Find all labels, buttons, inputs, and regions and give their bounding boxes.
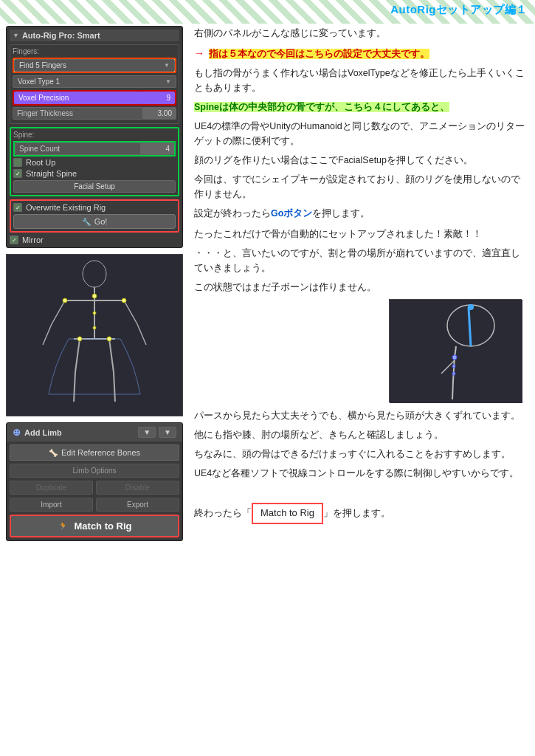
svg-line-10	[74, 372, 75, 402]
svg-point-25	[452, 365, 455, 368]
text-line1: 右側のパネルがこんな感じに変っています。	[194, 26, 529, 41]
svg-point-16	[63, 298, 67, 303]
voxel-precision-label: Voxel Precision	[14, 92, 142, 104]
text-line2: → 指は５本なので今回はこちらの設定で大丈夫です。	[194, 45, 529, 61]
add-limb-header: Add Limb ▼ ▼	[7, 423, 182, 441]
duplicate-disable-row: Duplicate Disable	[10, 481, 179, 495]
svg-point-15	[93, 326, 96, 329]
match-to-rig-text: Match to Rig	[252, 503, 323, 524]
side-view-svg	[390, 300, 522, 403]
import-button[interactable]: Import	[10, 498, 93, 512]
text-line11: この状態ではまだ子ボーンは作りません。	[194, 280, 529, 295]
text-line8: 設定が終わったらGoボタンを押します。	[194, 206, 529, 221]
right-column: 右側のパネルがこんな感じに変っています。 → 指は５本なので今回はこちらの設定で…	[190, 26, 529, 541]
svg-point-14	[93, 312, 96, 315]
svg-line-4	[52, 300, 65, 324]
page-title: AutoRigセットアップ編１	[390, 3, 528, 17]
facial-setup-button[interactable]: Facial Setup	[13, 180, 176, 193]
highlighted-text-1: 指は５本なので今回はこちらの設定で大丈夫です。	[209, 49, 429, 59]
svg-point-0	[83, 261, 106, 287]
header-buttons: ▼ ▼	[138, 427, 176, 438]
straight-spine-checkbox[interactable]: ✓	[13, 169, 22, 178]
match-to-rig-button[interactable]: Match to Rig	[10, 515, 179, 537]
small-viewport	[389, 299, 522, 402]
edit-reference-bones-button[interactable]: Edit Reference Bones	[10, 444, 179, 461]
svg-line-5	[43, 324, 52, 345]
go-button-text: Goボタン	[271, 208, 312, 219]
svg-point-17	[122, 298, 126, 303]
text-line13: 他にも指や膝、肘の場所など、きちんと確認しましょう。	[194, 427, 529, 442]
text-content: 右側のパネルがこんな感じに変っています。 → 指は５本なので今回はこちらの設定で…	[194, 26, 529, 221]
root-up-row: Root Up	[13, 158, 176, 167]
straight-spine-row: ✓ Straight Spine	[13, 169, 176, 178]
limb-menu-btn[interactable]: ▼	[138, 427, 156, 438]
text-line10: ・・・と、言いたいのですが、割と骨の場所が崩れていますので、適宜直していきましょ…	[194, 246, 529, 275]
disable-button[interactable]: Disable	[96, 481, 179, 495]
voxel-precision-row: Voxel Precision 9	[13, 90, 176, 106]
text-line16: 終わったら「Match to Rig」を押します。	[194, 500, 529, 524]
spine-label: Spine:	[13, 131, 176, 139]
svg-line-27	[452, 381, 453, 399]
root-up-label: Root Up	[26, 158, 55, 167]
text-line4: Spineは体の中央部分の骨ですが、こちら４にしてあると、	[194, 100, 529, 114]
mirror-row: ✓ Mirror	[10, 236, 179, 244]
mirror-label: Mirror	[22, 236, 44, 244]
svg-point-30	[468, 304, 474, 310]
mirror-checkbox[interactable]: ✓	[10, 236, 18, 244]
add-limb-title: Add Limb	[13, 427, 62, 438]
find5fingers-label: Find 5 Fingers	[19, 61, 66, 69]
svg-point-24	[452, 355, 457, 360]
text-line6: 顔のリグを作りたい場合はここでFacialSetupを押してください。	[194, 153, 529, 168]
spine-count-row: Spine Count 4	[13, 141, 176, 157]
arrow-icon: →	[194, 45, 204, 61]
limb-expand-btn[interactable]: ▼	[159, 427, 176, 438]
find5fingers-dropdown[interactable]: Find 5 Fingers	[14, 59, 175, 72]
svg-line-6	[124, 300, 137, 324]
left-column: Auto-Rig Pro: Smart Fingers: Find 5 Fing…	[6, 26, 183, 541]
text-line9: たったこれだけで骨が自動的にセットアップされました！素敵！！	[194, 227, 529, 241]
svg-point-18	[77, 337, 82, 341]
finger-thickness-value[interactable]: 3.00	[143, 107, 176, 120]
root-up-checkbox[interactable]	[13, 158, 22, 167]
svg-line-7	[137, 324, 146, 345]
svg-point-26	[452, 372, 455, 375]
panel-title: Auto-Rig Pro: Smart	[10, 30, 179, 41]
voxel-type-label: Voxel Type 1	[18, 78, 60, 86]
voxel-type-dropdown[interactable]: Voxel Type 1	[13, 75, 176, 88]
overwrite-section: ✓ Overwrite Existing Rig Go!	[10, 199, 179, 233]
export-button[interactable]: Export	[96, 498, 179, 512]
3d-viewport	[6, 254, 183, 416]
add-limb-panel: Add Limb ▼ ▼ Edit Reference Bones Limb O…	[6, 422, 183, 541]
svg-point-13	[92, 294, 97, 298]
text-line14: ちなみに、頭の骨はできるだけまっすぐに入れることをおすすめします。	[194, 447, 529, 461]
svg-line-9	[75, 339, 80, 372]
highlighted-text-2: Spineは体の中央部分の骨ですが、こちら４にしてあると、	[194, 102, 449, 112]
text-content-2: たったこれだけで骨が自動的にセットアップされました！素敵！！ ・・・と、言いたい…	[194, 227, 529, 299]
overwrite-label: Overwrite Existing Rig	[26, 203, 106, 212]
text-line15: UE4など各種ソフトで視線コントロールをする際に制御しやすいからです。	[194, 466, 529, 481]
finger-thickness-row: Finger Thickness 3.00	[13, 107, 176, 120]
voxel-precision-value[interactable]: 9	[142, 92, 175, 104]
text-line3: もし指の骨がうまく作れない場合はVoxelTypeなどを修正したら上手くいくこと…	[194, 66, 529, 95]
import-export-row: Import Export	[10, 498, 179, 512]
spine-count-value[interactable]: 4	[141, 142, 174, 155]
spine-count-label: Spine Count	[15, 142, 141, 155]
straight-spine-label: Straight Spine	[26, 169, 77, 178]
text-line12: パースから見たら大丈夫そうでも、横から見たら頭が大きくずれています。	[194, 408, 529, 423]
limb-options-button[interactable]: Limb Options	[10, 464, 179, 478]
character-svg	[21, 258, 168, 413]
overwrite-checkbox[interactable]: ✓	[13, 203, 22, 212]
overwrite-row: ✓ Overwrite Existing Rig	[13, 203, 176, 212]
spine-section: Spine: Spine Count 4 Root Up ✓ Straight …	[10, 127, 179, 196]
finger-thickness-label: Finger Thickness	[13, 107, 143, 120]
duplicate-button[interactable]: Duplicate	[10, 481, 93, 495]
svg-line-11	[109, 339, 114, 372]
go-button[interactable]: Go!	[13, 214, 176, 229]
text-content-3: パースから見たら大丈夫そうでも、横から見たら頭が大きくずれています。 他にも指や…	[194, 408, 529, 524]
blender-panel: Auto-Rig Pro: Smart Fingers: Find 5 Fing…	[6, 26, 183, 248]
svg-line-12	[114, 372, 115, 402]
text-line5: UE4の標準の骨やUnityのHumanoidと同じ数なので、アニメーションのリ…	[194, 119, 529, 148]
svg-point-19	[107, 337, 111, 341]
text-line7: 今回は、すでにシェイプキーが設定されており、顔のリグを使用しないので作りません。	[194, 172, 529, 202]
fingers-label: Fingers:	[13, 47, 176, 55]
